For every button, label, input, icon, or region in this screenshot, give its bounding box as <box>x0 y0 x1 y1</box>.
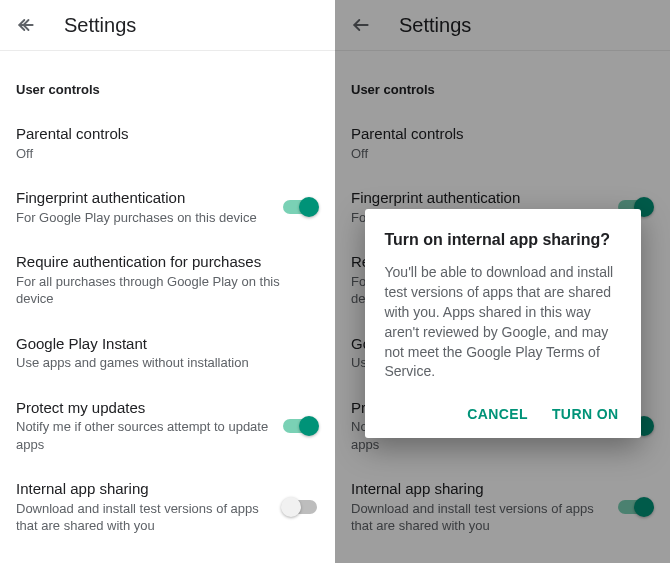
protect-switch[interactable] <box>283 419 317 433</box>
parental-controls-row[interactable]: Parental controls Off <box>0 111 335 175</box>
setting-title: Protect my updates <box>16 398 275 418</box>
section-header: User controls <box>0 82 335 111</box>
turn-on-button[interactable]: TURN ON <box>552 406 619 422</box>
page-title: Settings <box>64 14 136 37</box>
internal-sharing-switch[interactable] <box>283 500 317 514</box>
require-auth-row[interactable]: Require authentication for purchases For… <box>0 239 335 321</box>
protect-updates-row[interactable]: Protect my updates Notify me if other so… <box>0 385 335 467</box>
setting-title: Fingerprint authentication <box>16 188 275 208</box>
setting-sub: Notify me if other sources attempt to up… <box>16 418 275 453</box>
setting-sub: For Google Play purchases on this device <box>16 209 275 227</box>
dialog-actions: CANCEL TURN ON <box>385 402 621 428</box>
setting-sub: Download and install test versions of ap… <box>16 500 275 535</box>
settings-screen-right: Settings User controls Parental controls… <box>335 0 670 563</box>
appbar: Settings <box>0 0 335 50</box>
fingerprint-row[interactable]: Fingerprint authentication For Google Pl… <box>0 175 335 239</box>
setting-title: Google Play Instant <box>16 334 311 354</box>
cancel-button[interactable]: CANCEL <box>467 406 528 422</box>
fingerprint-switch[interactable] <box>283 200 317 214</box>
setting-title: Require authentication for purchases <box>16 252 311 272</box>
back-arrow-icon[interactable] <box>14 13 38 37</box>
internal-sharing-dialog: Turn on internal app sharing? You'll be … <box>365 209 641 438</box>
setting-title: Internal app sharing <box>16 479 275 499</box>
dialog-title: Turn on internal app sharing? <box>385 231 621 249</box>
setting-title: Parental controls <box>16 124 311 144</box>
setting-sub: Use apps and games without installation <box>16 354 311 372</box>
setting-sub: Off <box>16 145 311 163</box>
internal-sharing-row[interactable]: Internal app sharing Download and instal… <box>0 466 335 548</box>
dialog-body: You'll be able to download and install t… <box>385 263 621 382</box>
play-instant-row[interactable]: Google Play Instant Use apps and games w… <box>0 321 335 385</box>
setting-sub: For all purchases through Google Play on… <box>16 273 311 308</box>
settings-screen-left: Settings User controls Parental controls… <box>0 0 335 563</box>
settings-list: User controls Parental controls Off Fing… <box>0 50 335 548</box>
